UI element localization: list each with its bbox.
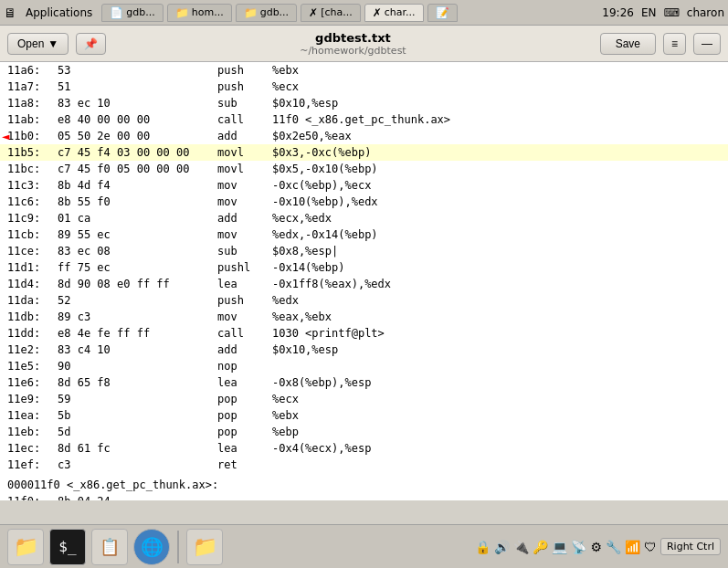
code-addr: 11ea: [7,409,58,422]
clock-area: 19:26 EN ⌨ charon [602,6,724,19]
tray-icon-10[interactable]: 🛡 [644,540,657,554]
code-mnemonic: push [217,64,272,77]
tab-home[interactable]: 📁 hom... [167,4,232,22]
code-operands: %ecx [272,393,299,405]
code-operands: -0x4(%ecx),%esp [272,442,371,455]
tab-cha1-label: [cha... [321,6,353,18]
code-line: 11e2:83 c4 10add$0x10,%esp [0,342,728,358]
code-bytes: 51 [58,80,217,93]
tray-icon-2[interactable]: 🔊 [494,540,510,554]
section-header: 000011f0 <_x86.get_pc_thunk.ax>: [0,477,728,493]
code-bytes: 53 [58,64,217,77]
tray-icon-7[interactable]: ⚙ [590,540,602,554]
code-operands: %edx,-0x14(%ebp) [272,228,378,241]
code-operands: %ebp [272,426,299,438]
toolbar-pin-button[interactable]: 📌 [76,33,106,55]
code-addr: 11c6: [7,195,58,208]
code-mnemonic: nop [217,360,272,373]
code-line: 11a7:51push%ecx [0,79,728,95]
code-mnemonic: ret [217,458,272,471]
code-line: 11ab:e8 40 00 00 00call11f0 <_x86.get_pc… [0,111,728,128]
tray-icon-9[interactable]: 📶 [625,540,640,554]
tab-editor[interactable]: 📝 [427,4,458,22]
code-addr: 11d4: [7,278,58,290]
code-bytes: 8d 65 f8 [58,376,217,389]
code-bytes: 5b [58,409,217,422]
code-bytes: 83 c4 10 [58,343,217,356]
tab-gdb2-label: gdb... [260,6,289,18]
taskbar-network-icon[interactable]: 🌐 [133,529,170,565]
code-mnemonic: call [217,113,272,126]
red-arrow-icon: ◄ [2,129,9,143]
code-operands: %ecx,%edx [272,212,332,225]
code-line: 11d4:8d 90 08 e0 ff fflea-0x1ff8(%eax),%… [0,276,728,292]
code-bytes: 89 55 ec [58,228,217,241]
code-addr: 11d1: [7,261,58,274]
menu-button[interactable]: ≡ [663,33,686,55]
tab-gdb1[interactable]: 📄 gdb... [101,4,163,22]
taskbar: 📁 $_ 📋 🌐 📁 🔒 🔊 🔌 🔑 💻 📡 ⚙ 🔧 📶 🛡 Right Ctr… [0,524,728,568]
code-addr: 11b0: [7,130,58,142]
clock: 19:26 [602,6,634,19]
taskbar-files-icon[interactable]: 📋 [91,529,128,565]
code-bytes: 83 ec 08 [58,245,217,258]
code-line: 11eb:5dpop%ebp [0,424,728,440]
tab-gdb1-icon: 📄 [110,6,123,19]
tray-icon-4[interactable]: 🔑 [533,540,548,554]
code-line: 11ef:c3ret [0,457,728,473]
code-bytes: 8d 61 fc [58,442,217,455]
code-addr: 11e6: [7,376,58,389]
code-mnemonic: push [217,80,272,93]
code-line: ◄11b0:05 50 2e 00 00add$0x2e50,%eax [0,128,728,144]
code-line: 11e5:90nop [0,358,728,374]
code-operands: $0x8,%esp| [272,245,338,258]
code-bytes: 8b 4d f4 [58,179,217,192]
code-mnemonic: lea [217,376,272,389]
code-line: 11f0:8b 04 24 [0,493,728,500]
code-mnemonic: call [217,327,272,340]
menubar: 🖥 Applications 📄 gdb... 📁 hom... 📁 gdb..… [0,0,728,26]
code-addr: 11c9: [7,212,58,225]
code-addr: 11ab: [7,113,58,126]
close-button[interactable]: — [693,33,721,55]
tab-home-label: hom... [192,6,224,18]
taskbar-folder2-icon[interactable]: 📁 [186,529,223,565]
code-bytes: c7 45 f0 05 00 00 00 [58,163,217,175]
code-mnemonic: movl [217,163,272,175]
code-mnemonic: sub [217,245,272,258]
code-bytes: 90 [58,360,217,373]
tray-icon-8[interactable]: 🔧 [606,540,621,554]
tab-gdb2-icon: 📁 [244,6,258,19]
code-addr: 11ce: [7,245,58,258]
tray-icon-5[interactable]: 💻 [552,540,567,554]
code-addr: 11e2: [7,343,58,356]
taskbar-terminal-icon[interactable]: $_ [49,529,86,565]
code-bytes: 59 [58,393,217,405]
save-button[interactable]: Save [600,33,656,55]
code-mnemonic: pop [217,393,272,405]
code-addr: 11f0: [7,495,58,500]
open-button[interactable]: Open ▼ [7,33,69,55]
code-bytes: 8d 90 08 e0 ff ff [58,278,217,290]
code-line: 11e6:8d 65 f8lea-0x8(%ebp),%esp [0,374,728,391]
code-operands: -0x1ff8(%eax),%edx [272,278,391,290]
applications-menu[interactable]: Applications [20,5,98,21]
tray-icon-1[interactable]: 🔒 [475,540,491,554]
code-line: 11cb:89 55 ecmov%edx,-0x14(%ebp) [0,226,728,243]
code-line: 11db:89 c3mov%eax,%ebx [0,309,728,325]
tab-char-label: char... [385,6,416,18]
code-bytes: 05 50 2e 00 00 [58,130,217,142]
right-ctrl-button[interactable]: Right Ctrl [660,538,721,555]
code-bytes: e8 4e fe ff ff [58,327,217,340]
tab-gdb2[interactable]: 📁 gdb... [236,4,297,22]
code-mnemonic: movl [217,146,272,159]
tab-char-icon: ✗ [373,6,382,19]
code-addr: 11eb: [7,426,58,438]
tray-icon-6[interactable]: 📡 [571,540,586,554]
tab-char-active[interactable]: ✗ char... [364,4,424,22]
tab-cha1[interactable]: ✗ [cha... [301,4,361,22]
code-operands: %ebx [272,64,299,77]
code-mnemonic: mov [217,310,272,323]
tray-icon-3[interactable]: 🔌 [513,540,529,554]
taskbar-folder-icon[interactable]: 📁 [7,529,44,565]
